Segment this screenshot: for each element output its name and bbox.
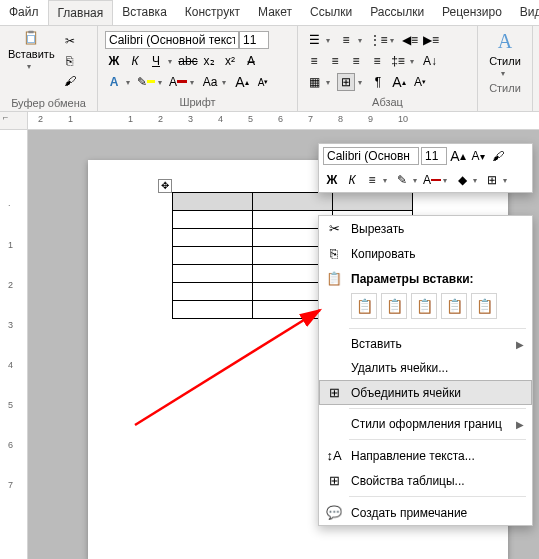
ctx-cut[interactable]: ✂ Вырезать: [319, 216, 532, 241]
context-menu: ✂ Вырезать ⎘ Копировать 📋 Параметры вста…: [318, 215, 533, 526]
grow-font-icon[interactable]: A▴: [233, 73, 251, 91]
mini-grow-icon[interactable]: A▴: [449, 147, 467, 165]
superscript-button[interactable]: x²: [221, 52, 239, 70]
mini-font-color-icon[interactable]: A: [423, 171, 441, 189]
underline-button[interactable]: Ч: [147, 52, 165, 70]
chevron-right-icon: ▶: [516, 339, 524, 350]
clear-format-icon[interactable]: A̶: [242, 52, 260, 70]
ribbon: Вставить ▾ ✂ ⎘ 🖌 Буфер обмена Ж К Ч▾ abc…: [0, 26, 539, 112]
strike-button[interactable]: abc: [179, 52, 197, 70]
italic-button[interactable]: К: [126, 52, 144, 70]
group-clipboard-label: Буфер обмена: [4, 95, 93, 109]
ctx-table-properties[interactable]: ⊞ Свойства таблицы...: [319, 468, 532, 493]
styles-button[interactable]: A Стили ▾: [482, 28, 528, 80]
clipboard-icon: [23, 30, 39, 46]
align-left-icon[interactable]: ≡: [305, 52, 323, 70]
table-icon: ⊞: [325, 473, 343, 488]
ribbon-tabs: Файл Главная Вставка Конструкт Макет Ссы…: [0, 0, 539, 26]
mini-font-size[interactable]: [421, 147, 447, 165]
mini-borders-icon[interactable]: ⊞: [483, 171, 501, 189]
tab-insert[interactable]: Вставка: [113, 0, 176, 25]
copy-icon: ⎘: [325, 246, 343, 261]
sort-icon[interactable]: A↓: [421, 52, 439, 70]
numbering-icon[interactable]: ≡: [337, 31, 355, 49]
ctx-merge-cells[interactable]: ⊞ Объединить ячейки: [319, 380, 532, 405]
mini-align-icon[interactable]: ≡: [363, 171, 381, 189]
group-font-label: Шрифт: [102, 94, 293, 108]
font-color-icon[interactable]: A: [169, 73, 187, 91]
comment-icon: 💬: [325, 505, 343, 520]
shading-icon[interactable]: ▦: [305, 73, 323, 91]
mini-shrink-icon[interactable]: A▾: [469, 147, 487, 165]
decrease-indent-icon[interactable]: ◀≡: [401, 31, 419, 49]
paste-dest-icon[interactable]: 📋: [411, 293, 437, 319]
mini-font-name[interactable]: [323, 147, 419, 165]
paste-keep-source-icon[interactable]: 📋: [351, 293, 377, 319]
paste-picture-icon[interactable]: 📋: [441, 293, 467, 319]
justify-icon[interactable]: ≡: [368, 52, 386, 70]
show-marks-icon[interactable]: ¶: [369, 73, 387, 91]
ctx-copy[interactable]: ⎘ Копировать: [319, 241, 532, 266]
vertical-ruler[interactable]: ·12 345 67: [0, 130, 28, 559]
tab-home[interactable]: Главная: [48, 0, 114, 25]
tab-references[interactable]: Ссылки: [301, 0, 361, 25]
svg-rect-1: [29, 31, 34, 34]
ctx-insert[interactable]: Вставить ▶: [319, 332, 532, 356]
copy-icon[interactable]: ⎘: [61, 52, 79, 70]
mini-shading-icon[interactable]: ◆: [453, 171, 471, 189]
increase-indent-icon[interactable]: ▶≡: [422, 31, 440, 49]
merge-cells-icon: ⊞: [325, 385, 343, 400]
borders-icon[interactable]: ⊞: [337, 73, 355, 91]
ctx-new-comment[interactable]: 💬 Создать примечание: [319, 500, 532, 525]
svg-rect-2: [28, 35, 35, 42]
font-name-combo[interactable]: [105, 31, 239, 49]
chevron-right-icon: ▶: [516, 419, 524, 430]
tab-view[interactable]: Вид: [511, 0, 539, 25]
grow-font2-icon[interactable]: A▴: [390, 73, 408, 91]
multilevel-icon[interactable]: ⋮≡: [369, 31, 387, 49]
tab-review[interactable]: Рецензиро: [433, 0, 511, 25]
subscript-button[interactable]: x₂: [200, 52, 218, 70]
format-painter-icon[interactable]: 🖌: [61, 72, 79, 90]
group-styles-label: Стили: [482, 80, 528, 94]
horizontal-ruler[interactable]: ⌐ 21 123 456 789 10: [0, 112, 539, 130]
highlight-icon[interactable]: ✎: [137, 73, 155, 91]
paste-merge-icon[interactable]: 📋: [381, 293, 407, 319]
shrink-font-icon[interactable]: A▾: [254, 73, 272, 91]
mini-highlight-icon[interactable]: ✎: [393, 171, 411, 189]
change-case-icon[interactable]: Aa: [201, 73, 219, 91]
group-paragraph-label: Абзац: [302, 94, 473, 108]
paste-button[interactable]: Вставить ▾: [4, 28, 59, 73]
table-move-handle[interactable]: ✥: [158, 179, 172, 193]
paste-text-icon[interactable]: 📋: [471, 293, 497, 319]
ctx-border-styles[interactable]: Стили оформления границ ▶: [319, 412, 532, 436]
tab-file[interactable]: Файл: [0, 0, 48, 25]
ctx-paste-options-header: 📋 Параметры вставки:: [319, 266, 532, 291]
shrink-font2-icon[interactable]: A▾: [411, 73, 429, 91]
align-center-icon[interactable]: ≡: [326, 52, 344, 70]
mini-format-painter-icon[interactable]: 🖌: [489, 147, 507, 165]
mini-toolbar: A▴ A▾ 🖌 Ж К ≡▾ ✎▾ A▾ ◆▾ ⊞▾: [318, 143, 533, 193]
table-row: [173, 193, 413, 211]
line-spacing-icon[interactable]: ‡≡: [389, 52, 407, 70]
ctx-text-direction[interactable]: ↕A Направление текста...: [319, 443, 532, 468]
cut-icon[interactable]: ✂: [61, 32, 79, 50]
mini-italic[interactable]: К: [343, 171, 361, 189]
ctx-delete-cells[interactable]: Удалить ячейки...: [319, 356, 532, 380]
text-direction-icon: ↕A: [325, 448, 343, 463]
align-right-icon[interactable]: ≡: [347, 52, 365, 70]
bullets-icon[interactable]: ☰: [305, 31, 323, 49]
tab-mailings[interactable]: Рассылки: [361, 0, 433, 25]
tab-layout[interactable]: Макет: [249, 0, 301, 25]
tab-design[interactable]: Конструкт: [176, 0, 249, 25]
mini-bold[interactable]: Ж: [323, 171, 341, 189]
scissors-icon: ✂: [325, 221, 343, 236]
bold-button[interactable]: Ж: [105, 52, 123, 70]
clipboard-icon: 📋: [325, 271, 343, 286]
font-size-combo[interactable]: [239, 31, 269, 49]
text-effects-icon[interactable]: A: [105, 73, 123, 91]
